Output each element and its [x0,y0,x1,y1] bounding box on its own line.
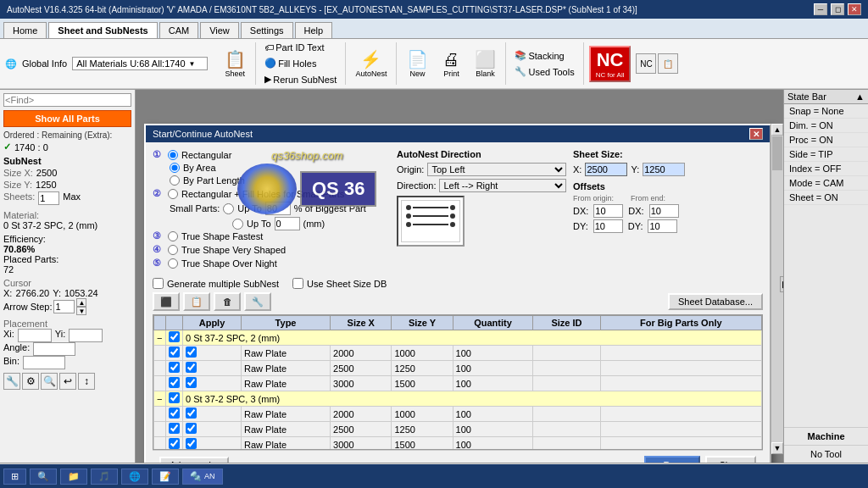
sheets-input[interactable] [38,191,59,205]
tab-view[interactable]: View [200,22,239,38]
autonest-btn[interactable]: ⚡ AutoNest [351,47,391,80]
start-btn[interactable]: ⊞ [3,469,26,485]
state-snap[interactable]: Snap = None [784,104,868,119]
table-btn-2[interactable]: 📋 [183,292,210,311]
group-1-check[interactable] [169,331,180,342]
by-area-radio[interactable] [170,163,180,173]
dialog-close-btn[interactable]: ✕ [749,128,763,140]
step-up-btn[interactable]: ▲ [76,298,86,307]
rerun-subnest-btn[interactable]: ▶ Rerun SubNest [261,72,340,86]
bin-input[interactable] [23,356,65,369]
global-info-dropdown[interactable]: All Materials U:68 All:1740 ▼ [72,57,208,70]
find-input[interactable] [3,93,131,107]
arrow-step-input[interactable] [53,300,75,313]
sheet-x-input[interactable] [585,163,627,176]
browser-btn[interactable]: 🌐 [121,469,148,485]
music-btn[interactable]: 🎵 [91,469,118,485]
row-2-1-check[interactable] [169,408,180,419]
state-sheet[interactable]: Sheet = ON [784,191,868,205]
row-2-3-check[interactable] [169,438,180,449]
state-side[interactable]: Side = TIP [784,147,868,162]
row-1-1-apply[interactable] [186,347,197,358]
sheet-db-btn[interactable]: Sheet Database... [668,293,763,310]
row-1-3-check[interactable] [169,377,180,388]
row-2-1-apply[interactable] [186,408,197,419]
tab-cam[interactable]: CAM [159,22,198,38]
tool-btn-3[interactable]: 🔍 [41,373,58,390]
true-shape-very-shaped-radio[interactable] [168,245,178,255]
rectangular-radio[interactable] [168,150,178,160]
table-btn-3[interactable]: 🗑 [214,292,241,311]
tab-help[interactable]: Help [295,22,333,38]
true-shape-fastest-radio[interactable] [168,231,178,241]
row-2-3-apply[interactable] [186,438,197,449]
search-taskbar-btn[interactable]: 🔍 [30,469,57,485]
tool-btn-4[interactable]: ↩ [59,373,76,390]
use-sheet-size-check[interactable] [292,278,303,289]
row-1-3-apply[interactable] [186,377,197,388]
fill-holes-btn[interactable]: 🔵 Fill Holes [261,56,340,70]
table-btn-1[interactable]: ⬛ [153,292,180,311]
row-1-1-check[interactable] [169,347,180,358]
tool-btn-1[interactable]: 🔧 [3,373,20,390]
tab-sheet-subnests[interactable]: Sheet and SubNests [48,22,157,38]
state-index[interactable]: Index = OFF [784,162,868,176]
xi-input[interactable] [18,329,52,342]
file-explorer-btn[interactable]: 📁 [60,469,87,485]
step-down-btn[interactable]: ▼ [76,307,86,315]
dx-origin-input[interactable] [593,204,623,218]
dx-end-input[interactable] [649,204,679,218]
state-dim[interactable]: Dim. = ON [784,119,868,133]
print-btn[interactable]: 🖨 Print [436,47,466,80]
blank-btn[interactable]: ⬜ Blank [470,47,500,80]
row-2-2-apply[interactable] [186,423,197,434]
yi-input[interactable] [69,329,103,342]
scroll-down-btn[interactable]: ▼ [771,442,783,454]
collapse-2-icon[interactable]: − [157,394,162,404]
angle-input[interactable] [33,342,75,356]
nc-small-btn-1[interactable]: NC [636,53,656,74]
by-part-length-radio[interactable] [170,175,180,186]
table-btn-4[interactable]: 🔧 [244,292,271,311]
up-to-input-2[interactable] [275,217,300,230]
nc-small-btn-2[interactable]: 📋 [658,53,678,74]
tool-btn-5[interactable]: ↕ [78,373,95,390]
close-dialog-btn[interactable]: Close [705,456,756,463]
state-proc[interactable]: Proc = ON [784,133,868,147]
row-1-2-check[interactable] [169,362,180,373]
nc-for-all-btn[interactable]: NC NC for All [589,46,632,82]
sheet-btn[interactable]: 📋 Sheet [220,47,250,80]
up-to-radio-2[interactable] [232,219,243,230]
resize-arrow-btn[interactable]: ▶ [780,276,783,292]
dy-origin-input[interactable] [593,219,623,233]
part-id-text-btn[interactable]: 🏷 Part ID Text [261,41,340,54]
parts-table-container[interactable]: Apply Type Size X Size Y Quantity Size I… [153,314,763,450]
state-mode[interactable]: Mode = CAM [784,176,868,191]
advanced-btn[interactable]: Advanced... [159,457,229,463]
up-to-radio-1[interactable] [223,203,234,214]
tool-btn-2[interactable]: ⚙ [22,373,39,390]
row-1-2-apply[interactable] [186,362,197,373]
true-shape-over-night-radio[interactable] [168,258,178,269]
notes-btn[interactable]: 📝 [152,469,179,485]
generate-multiple-check[interactable] [153,278,164,289]
tab-home[interactable]: Home [3,22,47,38]
group-2-check[interactable] [169,392,180,403]
show-all-parts-btn[interactable]: Show All Parts [3,110,131,127]
run-btn[interactable]: Run [644,456,699,463]
restore-btn[interactable]: ◻ [831,3,844,15]
used-tools-btn[interactable]: 🔧 Used Tools [511,64,577,79]
close-btn[interactable]: ✕ [848,3,861,15]
scroll-up-btn[interactable]: ▲ [771,124,783,136]
state-bar-expand-icon[interactable]: ▲ [855,92,865,102]
direction-select[interactable]: Left --> Right Right --> Left Top --> Bo… [439,179,566,192]
minimize-btn[interactable]: ─ [814,3,827,15]
tab-settings[interactable]: Settings [241,22,293,38]
rect-fill-radio[interactable] [168,189,178,199]
autonest-taskbar-btn[interactable]: 🔩 AN [182,469,223,485]
sheet-y-input[interactable] [643,163,685,176]
new-btn[interactable]: 📄 New [402,47,432,80]
origin-select[interactable]: Top Left Top Right Bottom Left Bottom Ri… [427,163,566,176]
dy-end-input[interactable] [648,219,677,233]
row-2-2-check[interactable] [169,423,180,434]
